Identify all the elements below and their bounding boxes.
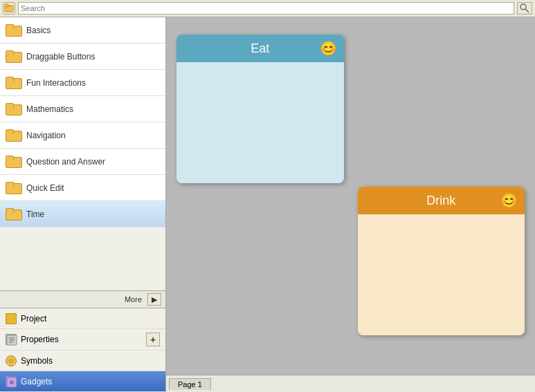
symbols-icon: ☺ [6,355,17,366]
tab-symbols-label: Symbols [21,356,53,366]
drink-smiley: 😊 [500,192,518,209]
tab-project[interactable]: Project [0,308,165,329]
content-area: Eat 😊 Drink 😊 Page 1 [166,17,535,392]
eat-title: Eat [251,41,269,56]
svg-rect-1 [5,4,8,7]
sidebar-item-basics[interactable]: Basics [0,17,165,44]
folder-icon [6,24,21,37]
folder-icon [6,182,21,194]
main-area: Basics Draggable Buttons Fun Interaction… [0,17,535,392]
more-button[interactable]: More [122,294,145,305]
sidebar-item-label: Time [26,209,44,219]
sidebar-item-fun-interactions[interactable]: Fun Interactions [0,70,165,96]
canvas-area: Eat 😊 Drink 😊 [166,17,535,375]
search-folder-icon[interactable] [3,2,15,15]
more-arrow-button[interactable]: ▶ [147,293,161,306]
sidebar-item-label: Basics [26,26,51,35]
sidebar-item-label: Question and Answer [26,157,105,167]
sidebar-footer: More ▶ [0,290,165,308]
drink-body [358,214,525,335]
bottom-tabs: Project Properties + [0,308,165,392]
sidebar-item-quick-edit[interactable]: Quick Edit [0,175,165,201]
svg-point-9 [10,380,14,384]
sidebar-item-label: Fun Interactions [26,78,86,88]
folder-icon [6,208,21,221]
gadget-drink[interactable]: Drink 😊 [358,187,525,335]
sidebar: Basics Draggable Buttons Fun Interaction… [0,17,166,392]
add-properties-button[interactable]: + [146,333,160,346]
page-bar: Page 1 [166,375,535,392]
project-icon [6,313,17,324]
sidebar-item-navigation[interactable]: Navigation [0,122,165,149]
sidebar-item-mathematics[interactable]: Mathematics [0,96,165,122]
sidebar-item-label: Navigation [26,131,66,140]
gadgets-icon [6,376,17,387]
folder-icon [6,103,21,115]
drink-title: Drink [426,194,455,208]
sidebar-item-label: Quick Edit [26,183,64,193]
gadget-eat[interactable]: Eat 😊 [176,35,344,183]
tab-properties[interactable]: Properties + [0,329,165,351]
eat-body [176,62,344,183]
properties-icon [6,334,17,345]
search-input[interactable] [18,2,514,15]
eat-smiley: 😊 [320,40,337,57]
search-go-button[interactable] [517,2,532,15]
sidebar-item-time[interactable]: Time [0,201,165,227]
svg-line-3 [525,9,529,12]
folder-icon [6,129,21,142]
sidebar-item-label: Mathematics [26,104,73,114]
sidebar-item-question-and-answer[interactable]: Question and Answer [0,149,165,175]
tab-gadgets-label: Gadgets [21,377,52,386]
svg-point-2 [520,4,526,10]
search-bar [0,0,535,17]
sidebar-item-label: Draggable Buttons [26,52,95,62]
eat-header: Eat 😊 [176,35,344,62]
tab-properties-label: Properties [21,335,59,344]
tab-symbols[interactable]: ☺ Symbols [0,351,165,371]
page-1-tab[interactable]: Page 1 [169,378,211,390]
folder-icon [6,156,21,168]
tab-gadgets[interactable]: Gadgets [0,371,165,392]
drink-header: Drink 😊 [358,187,525,214]
folder-icon [6,50,21,63]
tab-project-label: Project [21,314,46,324]
folder-icon [6,77,21,89]
sidebar-item-draggable-buttons[interactable]: Draggable Buttons [0,44,165,70]
sidebar-list: Basics Draggable Buttons Fun Interaction… [0,17,165,290]
